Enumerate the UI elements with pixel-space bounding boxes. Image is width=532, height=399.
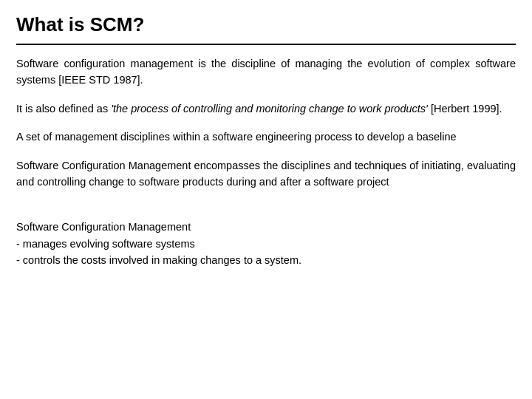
paragraph-1: Software configuration management is the… — [16, 55, 516, 89]
paragraph-2-before: It is also defined as — [16, 103, 111, 115]
paragraph-3: A set of management disciplines within a… — [16, 129, 516, 145]
paragraph-4-text: Software Configuration Management encomp… — [16, 160, 516, 188]
paragraph-2-after: [Herbert 1999]. — [428, 103, 502, 115]
paragraph-5: Software Configuration Management - mana… — [16, 202, 516, 269]
paragraph-5-text: Software Configuration Management - mana… — [16, 221, 301, 266]
paragraph-2-italic: 'the process of controlling and monitori… — [111, 103, 428, 115]
page-container: What is SCM? Software configuration mana… — [0, 0, 532, 399]
paragraph-2: It is also defined as 'the process of co… — [16, 100, 516, 117]
paragraph-1-text: Software configuration management is the… — [16, 58, 516, 86]
page-title: What is SCM? — [16, 13, 516, 36]
paragraph-4: Software Configuration Management encomp… — [16, 157, 516, 191]
title-divider — [16, 44, 516, 45]
paragraph-3-text: A set of management disciplines within a… — [16, 131, 457, 143]
